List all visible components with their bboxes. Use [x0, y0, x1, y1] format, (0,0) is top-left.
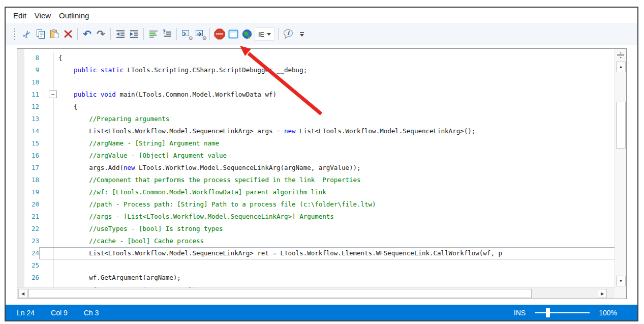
status-zoom-level: 100%	[599, 309, 617, 317]
code-text[interactable]: {	[58, 52, 63, 64]
code-line-15[interactable]: 15 //argName - [String] Argument name	[17, 137, 615, 150]
code-line-24[interactable]: 24 List<LTools.Workflow.Model.SequenceLi…	[17, 247, 615, 259]
ie-mode-combo[interactable]: IE	[255, 27, 274, 41]
code-text[interactable]: wf.GetArgument(argName);	[58, 272, 181, 284]
scroll-right-button[interactable]: ▶	[598, 289, 607, 298]
line-number: 21	[17, 211, 39, 223]
scroll-left-icon: ◀	[21, 291, 24, 296]
copy-button[interactable]	[34, 27, 47, 41]
cut-button[interactable]: ✂	[20, 27, 34, 41]
toolbar-separator	[143, 28, 144, 40]
redo-button[interactable]: ↷	[94, 27, 108, 41]
code-text[interactable]: //argName - [String] Argument name	[58, 137, 219, 150]
gear-icon: ⚙	[188, 36, 193, 41]
code-line-14[interactable]: 14 List<LTools.Workflow.Model.SequenceLi…	[17, 125, 615, 137]
code-line-21[interactable]: 21 //args - [List<LTools.Workflow.Model.…	[17, 211, 615, 223]
code-text[interactable]: //cache - [bool] Cache process	[58, 235, 204, 247]
split-window-handle[interactable]: ▴ ▾	[617, 50, 625, 60]
app-window: Edit View Outlining ✂	[0, 0, 644, 324]
scroll-up-button[interactable]: ▲	[616, 62, 626, 72]
menu-outlining[interactable]: Outlining	[58, 10, 89, 21]
code-line-22[interactable]: 22 //useTypes - [bool] Is strong types	[17, 223, 615, 235]
chevron-down-icon	[300, 34, 304, 37]
format-document-button[interactable]	[146, 27, 160, 41]
horizontal-scroll-thumb[interactable]	[28, 289, 532, 298]
status-column: Col 9	[51, 309, 68, 317]
code-text[interactable]: //useTypes - [bool] Is strong types	[58, 223, 223, 235]
stop-debugger-button[interactable]: STOP	[212, 27, 226, 41]
code-text[interactable]: //Preparing arguments	[58, 113, 169, 125]
svg-text:?: ?	[163, 29, 166, 35]
code-text[interactable]: {	[58, 101, 78, 113]
code-text[interactable]: args.Add(new LTools.Workflow.Model.Seque…	[58, 162, 361, 174]
toolbar-options-button[interactable]	[300, 32, 304, 37]
code-line-25[interactable]: 25	[17, 259, 615, 272]
menu-view[interactable]: View	[34, 10, 51, 21]
outlining-margin	[39, 137, 58, 150]
increase-indent-button[interactable]	[127, 27, 141, 41]
decrease-indent-button[interactable]	[113, 27, 127, 41]
zoom-slider[interactable]	[535, 308, 590, 317]
stop-sign-icon: STOP	[214, 28, 225, 40]
code-line-18[interactable]: 18 //Component that performs the process…	[17, 174, 615, 186]
scroll-left-button[interactable]: ◀	[18, 289, 27, 298]
horizontal-scrollbar[interactable]: ◀ ▶	[17, 287, 615, 299]
code-line-23[interactable]: 23 //cache - [bool] Cache process	[17, 235, 615, 247]
code-line-11[interactable]: 11− public void main(LTools.Common.Model…	[17, 89, 615, 101]
window-icon	[228, 29, 238, 39]
undo-button[interactable]: ↶	[80, 27, 94, 41]
line-number: 17	[17, 162, 39, 174]
code-text[interactable]: //wf: [LTools.Common.Model.WorkflowData]…	[58, 186, 326, 198]
delete-button[interactable]	[61, 27, 75, 41]
zoom-slider-thumb[interactable]	[546, 308, 550, 317]
line-number: 26	[17, 272, 39, 284]
code-line-16[interactable]: 16 //argValue - [Object] Argument value	[17, 150, 615, 162]
format-document-icon	[148, 29, 159, 39]
toolbar: ✂	[6, 23, 637, 45]
code-line-8[interactable]: 8{	[17, 52, 615, 64]
outlining-margin	[39, 186, 58, 198]
globe-icon	[242, 29, 252, 39]
scroll-down-button[interactable]: ▼	[616, 276, 626, 286]
scrollbar-corner	[615, 287, 626, 299]
toolbar-gripper-icon[interactable]	[14, 28, 16, 40]
internet-button[interactable]	[240, 27, 254, 41]
clipboard-icon	[49, 29, 59, 39]
script-settings-button-1[interactable]: ⚙	[179, 27, 193, 41]
outlining-margin	[39, 113, 58, 125]
collapse-toggle[interactable]: −	[49, 91, 57, 98]
paste-button[interactable]	[47, 27, 61, 41]
vertical-scrollbar[interactable]: ▴ ▾ ▲ ▼	[615, 49, 626, 287]
status-character: Ch 3	[84, 309, 99, 317]
code-line-27[interactable]: 27 wf.SetArgument(argName, val);	[17, 284, 615, 287]
code-text[interactable]: //Component that performs the process sp…	[58, 174, 361, 186]
code-line-26[interactable]: 26 wf.GetArgument(argName);	[17, 272, 615, 284]
code-text[interactable]: public void main(LTools.Common.Model.Wor…	[58, 89, 277, 101]
toolbar-separator	[209, 28, 210, 40]
code-text[interactable]: //path - Process path: [String] Path to …	[58, 198, 376, 211]
code-text[interactable]: public static LTools.Scripting.CSharp.Sc…	[58, 64, 307, 76]
help-button[interactable]: i	[281, 27, 295, 41]
code-text[interactable]: wf.SetArgument(argName, val);	[58, 284, 200, 287]
code-text[interactable]: List<LTools.Workflow.Model.SequenceLinkA…	[58, 247, 502, 259]
vertical-scroll-thumb[interactable]	[616, 102, 626, 149]
code-text[interactable]: //argValue - [Object] Argument value	[58, 150, 227, 162]
code-line-12[interactable]: 12 {	[17, 101, 615, 113]
code-text[interactable]: //args - [List<LTools.Workflow.Model.Seq…	[58, 211, 334, 223]
outlining-margin	[39, 101, 58, 113]
scroll-up-icon: ▲	[619, 65, 623, 69]
code-line-20[interactable]: 20 //path - Process path: [String] Path …	[17, 198, 615, 211]
menu-edit[interactable]: Edit	[13, 10, 27, 21]
redo-icon: ↷	[97, 29, 105, 39]
code-line-9[interactable]: 9 public static LTools.Scripting.CSharp.…	[17, 64, 615, 76]
code-line-13[interactable]: 13 //Preparing arguments	[17, 113, 615, 125]
code-line-19[interactable]: 19 //wf: [LTools.Common.Model.WorkflowDa…	[17, 186, 615, 198]
format-selection-button[interactable]: ?	[160, 27, 174, 41]
script-settings-button-2[interactable]: ⚙	[193, 27, 207, 41]
code-line-17[interactable]: 17 args.Add(new LTools.Workflow.Model.Se…	[17, 162, 615, 174]
outlining-margin	[39, 52, 58, 64]
browser-window-button[interactable]	[226, 27, 240, 41]
line-number: 18	[17, 174, 39, 186]
code-text[interactable]: List<LTools.Workflow.Model.SequenceLinkA…	[58, 125, 475, 137]
code-line-10[interactable]: 10	[17, 76, 615, 89]
